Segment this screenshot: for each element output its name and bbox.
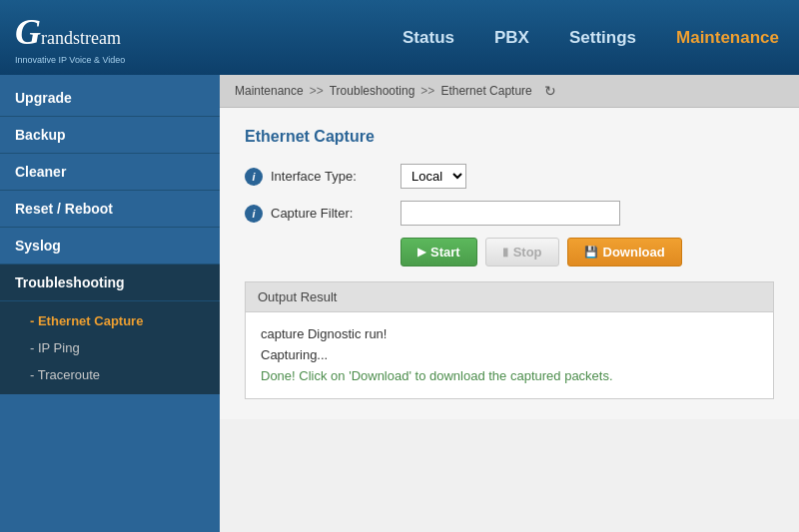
interface-type-row: i Interface Type: Local WAN	[245, 164, 774, 189]
sidebar-sub-ethernet[interactable]: - Ethernet Capture	[0, 307, 220, 334]
breadcrumb-sep2: >>	[420, 84, 434, 98]
buttons-row: ▶ Start ▮ Stop 💾 Download	[400, 238, 774, 266]
logo: Grandstream Innovative IP Voice & Video	[15, 11, 125, 65]
stop-button[interactable]: ▮ Stop	[485, 238, 559, 266]
nav-status[interactable]: Status	[402, 28, 454, 48]
interface-label: Interface Type:	[271, 169, 400, 184]
main-content: Maintenance >> Troubleshooting >> Ethern…	[220, 75, 799, 532]
page-title: Ethernet Capture	[245, 128, 774, 146]
nav-settings[interactable]: Settings	[569, 28, 636, 48]
stop-icon: ▮	[502, 246, 508, 259]
interface-info-icon[interactable]: i	[245, 168, 263, 186]
sidebar-item-reset[interactable]: Reset / Reboot	[0, 191, 220, 228]
logo-g: G	[15, 12, 41, 52]
nav-links: Status PBX Settings Maintenance	[220, 28, 799, 48]
refresh-icon[interactable]: ↻	[544, 83, 556, 99]
output-line-2: Capturing...	[261, 345, 758, 366]
sidebar-item-backup[interactable]: Backup	[0, 117, 220, 154]
download-icon: 💾	[584, 246, 598, 259]
nav-maintenance[interactable]: Maintenance	[676, 28, 779, 48]
sidebar-sub-traceroute[interactable]: - Traceroute	[0, 361, 220, 388]
capture-filter-row: i Capture Filter:	[245, 201, 774, 226]
sidebar-item-syslog[interactable]: Syslog	[0, 228, 220, 265]
sidebar-item-upgrade[interactable]: Upgrade	[0, 80, 220, 117]
interface-select[interactable]: Local WAN	[400, 164, 466, 189]
logo-brand: randstream	[41, 28, 121, 48]
output-line-1: capture Dignostic run!	[261, 324, 758, 345]
nav-pbx[interactable]: PBX	[494, 28, 529, 48]
output-panel: Output Result capture Dignostic run! Cap…	[245, 281, 774, 399]
breadcrumb: Maintenance >> Troubleshooting >> Ethern…	[220, 75, 799, 108]
breadcrumb-ethernet: Ethernet Capture	[440, 84, 531, 98]
page-body: Ethernet Capture i Interface Type: Local…	[220, 108, 799, 419]
output-header: Output Result	[246, 282, 773, 312]
logo-tagline: Innovative IP Voice & Video	[15, 55, 125, 65]
content-wrapper: Upgrade Backup Cleaner Reset / Reboot Sy…	[0, 75, 799, 532]
output-line-3: Done! Click on 'Download' to download th…	[261, 366, 758, 387]
sidebar-item-troubleshooting[interactable]: Troubleshooting	[0, 265, 220, 301]
download-button[interactable]: 💾 Download	[567, 238, 682, 266]
breadcrumb-maintenance: Maintenance	[235, 84, 304, 98]
capture-filter-info-icon[interactable]: i	[245, 205, 263, 223]
capture-filter-input[interactable]	[400, 201, 620, 226]
output-body: capture Dignostic run! Capturing... Done…	[246, 312, 773, 398]
logo-area: Grandstream Innovative IP Voice & Video	[0, 11, 220, 65]
start-button[interactable]: ▶ Start	[400, 238, 477, 266]
start-icon: ▶	[417, 246, 425, 259]
breadcrumb-sep1: >>	[310, 84, 324, 98]
sidebar: Upgrade Backup Cleaner Reset / Reboot Sy…	[0, 75, 220, 532]
breadcrumb-troubleshooting: Troubleshooting	[330, 84, 415, 98]
top-nav: Grandstream Innovative IP Voice & Video …	[0, 0, 799, 75]
sidebar-sub-menu: - Ethernet Capture - IP Ping - Tracerout…	[0, 301, 220, 394]
sidebar-item-cleaner[interactable]: Cleaner	[0, 154, 220, 191]
sidebar-sub-ipping[interactable]: - IP Ping	[0, 334, 220, 361]
capture-filter-label: Capture Filter:	[271, 206, 400, 221]
